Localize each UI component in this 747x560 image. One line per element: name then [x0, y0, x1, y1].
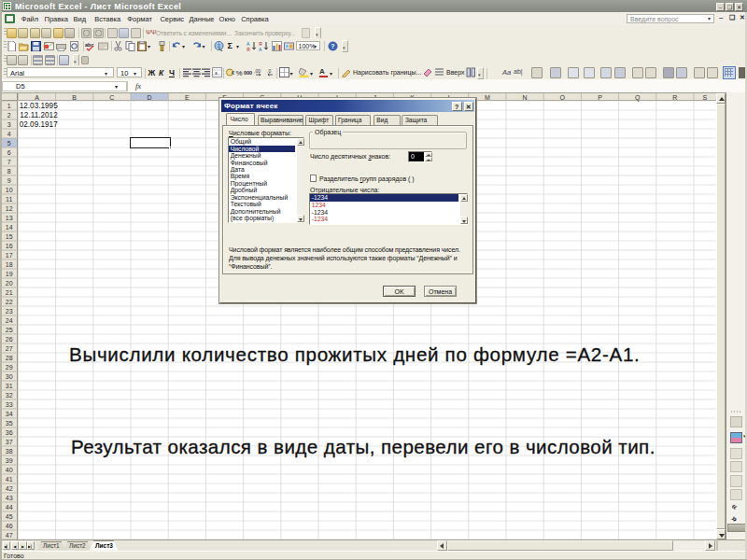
svg-text:,0: ,0 [267, 68, 271, 74]
svg-text:А: А [259, 47, 262, 51]
svg-text:Я: Я [247, 47, 250, 51]
svg-text:,00: ,00 [254, 68, 261, 74]
svg-text:?: ? [331, 43, 334, 49]
svg-text:a: a [215, 70, 218, 76]
svg-text:€: € [232, 70, 235, 76]
